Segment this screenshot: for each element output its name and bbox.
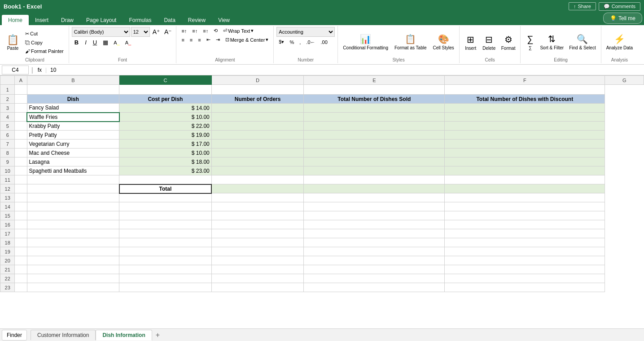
paste-button[interactable]: 📋 Paste (4, 33, 22, 52)
cut-button[interactable]: ✂ Cut (23, 30, 66, 38)
cell[interactable] (445, 238, 605, 247)
cell[interactable] (27, 238, 119, 247)
dollar-button[interactable]: $▾ (276, 38, 286, 46)
row-header[interactable]: 10 (0, 166, 15, 175)
cell[interactable] (15, 104, 27, 113)
col-header-b[interactable]: B (27, 76, 119, 85)
cell[interactable] (211, 140, 304, 149)
cell[interactable] (445, 274, 605, 283)
row-header[interactable]: 1 (0, 85, 15, 95)
cell[interactable]: Mac and Cheese (27, 149, 119, 157)
font-size-select[interactable]: 12 (131, 27, 150, 37)
cell[interactable]: $ 22.00 (119, 122, 212, 131)
copy-button[interactable]: ⿻ Copy (23, 39, 66, 46)
cell[interactable] (15, 140, 27, 149)
sort-filter-button[interactable]: ⇅ Sort & Filter (538, 32, 566, 52)
row-header[interactable]: 5 (0, 122, 15, 131)
cell[interactable]: Total Number of Dishes with Discount (445, 95, 605, 104)
cell[interactable] (211, 238, 304, 247)
font-name-select[interactable]: Calibri (Body) (72, 27, 130, 37)
cell[interactable] (445, 193, 605, 202)
italic-button[interactable]: I (82, 38, 89, 47)
cell[interactable] (211, 157, 304, 166)
cell[interactable] (15, 193, 27, 202)
cell[interactable] (304, 211, 445, 220)
percent-button[interactable]: % (287, 39, 296, 46)
cell[interactable] (445, 104, 605, 113)
row-header[interactable]: 17 (0, 229, 15, 238)
cell[interactable] (211, 166, 304, 175)
row-header[interactable]: 18 (0, 238, 15, 247)
font-color-button[interactable]: A_ (123, 39, 133, 46)
cell[interactable] (304, 220, 445, 229)
format-button[interactable]: ⚙ Format (499, 33, 518, 52)
font-decrease-button[interactable]: A⁻ (162, 27, 173, 36)
add-sheet-button[interactable]: + (152, 330, 163, 340)
row-header[interactable]: 7 (0, 140, 15, 149)
cell[interactable] (211, 149, 304, 157)
cell[interactable] (445, 283, 605, 292)
align-top-right-button[interactable]: ≡↑ (201, 27, 210, 35)
cell[interactable] (211, 229, 304, 238)
row-header[interactable]: 23 (0, 283, 15, 292)
align-left-button[interactable]: ≡ (179, 36, 186, 44)
cell[interactable] (304, 184, 445, 193)
cell[interactable] (211, 265, 304, 274)
cell[interactable] (304, 122, 445, 131)
align-right-button[interactable]: ≡ (196, 36, 203, 44)
row-header[interactable]: 3 (0, 104, 15, 113)
cell[interactable] (119, 265, 212, 274)
cell[interactable]: $ 10.00 (119, 149, 212, 157)
cell[interactable] (15, 85, 27, 95)
cell[interactable] (27, 274, 119, 283)
cell[interactable] (445, 265, 605, 274)
cell[interactable]: Waffle Fries (27, 113, 119, 122)
cell[interactable] (445, 85, 605, 95)
cell[interactable]: Spaghetti and Meatballs (27, 166, 119, 175)
cell[interactable] (27, 211, 119, 220)
cell[interactable] (15, 95, 27, 104)
cell[interactable] (304, 175, 445, 184)
number-format-select[interactable]: Accounting (276, 27, 335, 37)
cell[interactable] (304, 166, 445, 175)
cell[interactable] (445, 184, 605, 193)
cell[interactable] (27, 265, 119, 274)
cell[interactable] (304, 193, 445, 202)
align-center-button[interactable]: ≡ (188, 36, 195, 44)
row-header[interactable]: 16 (0, 220, 15, 229)
cell[interactable]: Total (119, 184, 212, 193)
cell[interactable] (15, 131, 27, 140)
cell[interactable] (304, 247, 445, 256)
cell[interactable] (27, 220, 119, 229)
cell[interactable] (211, 131, 304, 140)
cell[interactable] (445, 131, 605, 140)
tab-home[interactable]: Home (2, 15, 29, 25)
cell[interactable]: $ 19.00 (119, 131, 212, 140)
cell[interactable] (304, 238, 445, 247)
finder-button[interactable]: Finder (2, 330, 27, 341)
cell[interactable] (119, 211, 212, 220)
cell[interactable]: $ 17.00 (119, 140, 212, 149)
cell[interactable] (15, 157, 27, 166)
indent-decrease-button[interactable]: ⇤ (204, 36, 213, 44)
underline-button[interactable]: U (90, 38, 100, 47)
col-header-c[interactable]: C (119, 76, 212, 85)
analyze-data-button[interactable]: ⚡ Analyze Data (604, 32, 635, 52)
cell[interactable] (304, 104, 445, 113)
comments-button[interactable]: 💬 Comments (599, 2, 640, 11)
cell[interactable] (27, 202, 119, 211)
cell[interactable] (27, 283, 119, 292)
cell[interactable] (15, 122, 27, 131)
insert-button[interactable]: ⊞ Insert (462, 33, 479, 52)
share-button[interactable]: ↑ Share (569, 2, 596, 10)
conditional-formatting-button[interactable]: 📊 Conditional Formatting (341, 32, 390, 52)
cell[interactable] (15, 113, 27, 122)
cell[interactable] (445, 122, 605, 131)
cell[interactable] (304, 131, 445, 140)
row-header[interactable]: 19 (0, 247, 15, 256)
cell[interactable] (211, 122, 304, 131)
cell[interactable] (15, 283, 27, 292)
cell[interactable] (119, 220, 212, 229)
cell[interactable]: Pretty Patty (27, 131, 119, 140)
cell[interactable] (445, 149, 605, 157)
